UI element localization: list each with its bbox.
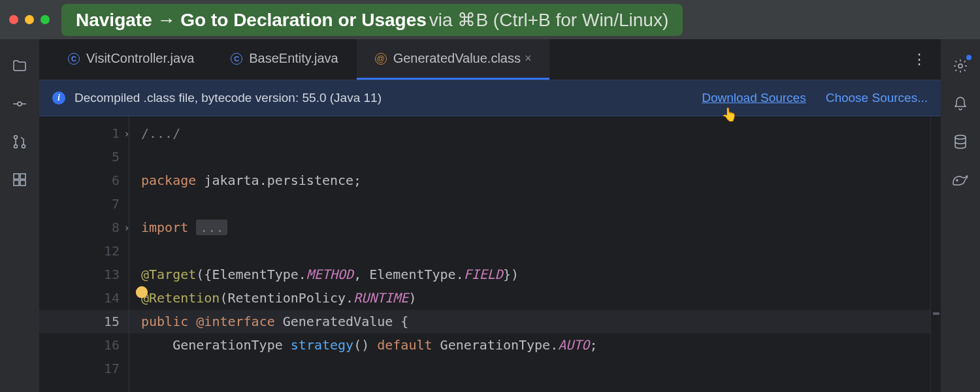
line-number: 7 bbox=[39, 192, 129, 216]
svg-point-0 bbox=[18, 102, 22, 106]
line-number: 5 bbox=[39, 145, 129, 169]
line-number: 16 bbox=[39, 333, 129, 357]
svg-point-1 bbox=[14, 136, 18, 139]
intention-bulb-icon[interactable] bbox=[136, 286, 148, 298]
minimize-window-icon[interactable] bbox=[25, 15, 34, 24]
database-icon[interactable] bbox=[951, 132, 970, 152]
line-number: 15 bbox=[39, 310, 129, 333]
window-controls bbox=[9, 15, 50, 24]
notification-dot-icon bbox=[966, 55, 972, 60]
info-icon: i bbox=[52, 91, 65, 105]
maximize-window-icon[interactable] bbox=[41, 15, 50, 24]
annotation-icon: @ bbox=[375, 53, 387, 65]
tab-generatedvalue[interactable]: @ GeneratedValue.class × bbox=[357, 39, 550, 80]
tip-title: Navigate → Go to Declaration or Usages bbox=[76, 10, 427, 31]
fold-placeholder[interactable]: ... bbox=[196, 220, 227, 235]
class-icon: C bbox=[231, 53, 242, 65]
decompiled-info-bar: i Decompiled .class file, bytecode versi… bbox=[39, 80, 941, 116]
svg-point-8 bbox=[958, 64, 962, 68]
svg-rect-4 bbox=[14, 174, 19, 179]
structure-icon[interactable] bbox=[10, 170, 29, 189]
left-toolbar bbox=[0, 39, 39, 392]
svg-point-3 bbox=[22, 145, 25, 148]
tab-baseentity[interactable]: C BaseEntity.java bbox=[212, 39, 356, 80]
svg-rect-7 bbox=[20, 180, 25, 186]
code-editor[interactable]: 1› 5 6 7 8› 12 13 14 15 16 17 /.../ pack… bbox=[39, 116, 941, 392]
editor-tabs: C VisitController.java C BaseEntity.java… bbox=[39, 39, 941, 80]
svg-point-10 bbox=[956, 180, 958, 181]
close-tab-icon[interactable]: × bbox=[525, 52, 532, 65]
tip-shortcut: via ⌘B (Ctrl+B for Win/Linux) bbox=[429, 9, 668, 31]
tab-visitcontroller[interactable]: C VisitController.java bbox=[50, 39, 212, 80]
marker-bar[interactable] bbox=[930, 116, 941, 392]
tip-banner: Navigate → Go to Declaration or Usages v… bbox=[61, 4, 683, 36]
titlebar: Navigate → Go to Declaration or Usages v… bbox=[0, 0, 980, 39]
commit-icon[interactable] bbox=[10, 94, 29, 114]
project-icon[interactable] bbox=[10, 56, 29, 76]
line-number: 17 bbox=[39, 357, 129, 380]
class-icon: C bbox=[68, 53, 80, 65]
gradle-icon[interactable] bbox=[951, 170, 970, 189]
line-number: 13 bbox=[39, 263, 129, 286]
code-content[interactable]: /.../ package jakarta.persistence; impor… bbox=[129, 116, 930, 392]
right-toolbar bbox=[941, 39, 980, 392]
download-sources-link[interactable]: Download Sources 👆 bbox=[702, 91, 806, 105]
settings-icon[interactable] bbox=[951, 56, 970, 76]
tab-label: VisitController.java bbox=[86, 51, 194, 66]
code-text: /.../ bbox=[141, 125, 180, 141]
editor-pane: C VisitController.java C BaseEntity.java… bbox=[39, 39, 941, 392]
notifications-icon[interactable] bbox=[951, 94, 970, 114]
tab-label: GeneratedValue.class bbox=[393, 51, 521, 66]
svg-point-2 bbox=[14, 145, 18, 148]
line-number: 8› bbox=[39, 216, 129, 239]
svg-rect-6 bbox=[14, 180, 19, 186]
svg-rect-5 bbox=[20, 174, 25, 179]
tab-label: BaseEntity.java bbox=[249, 51, 338, 66]
tab-more-button[interactable]: ⋮ bbox=[899, 39, 941, 80]
marker[interactable] bbox=[933, 312, 939, 315]
svg-point-9 bbox=[955, 135, 966, 139]
line-number: 1› bbox=[39, 122, 129, 145]
line-number: 12 bbox=[39, 239, 129, 263]
close-window-icon[interactable] bbox=[9, 15, 18, 24]
line-number: 6 bbox=[39, 169, 129, 192]
choose-sources-link[interactable]: Choose Sources... bbox=[826, 91, 928, 105]
line-gutter: 1› 5 6 7 8› 12 13 14 15 16 17 bbox=[39, 116, 129, 392]
line-number: 14 bbox=[39, 286, 129, 310]
info-text: Decompiled .class file, bytecode version… bbox=[74, 91, 382, 105]
main-area: C VisitController.java C BaseEntity.java… bbox=[0, 39, 980, 392]
pull-request-icon[interactable] bbox=[10, 132, 29, 152]
